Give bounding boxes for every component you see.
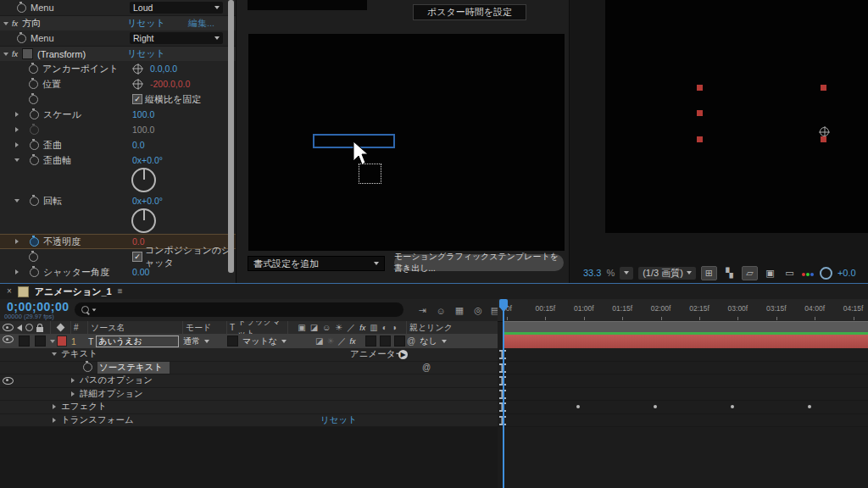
pickwhip-icon[interactable]: @ xyxy=(407,336,415,347)
effect-property-row[interactable]: MenuLoud xyxy=(0,0,236,15)
effect-property-row[interactable]: 100.0 xyxy=(0,122,236,137)
stopwatch-icon[interactable] xyxy=(17,34,26,43)
stopwatch-icon[interactable] xyxy=(30,141,39,150)
composition-canvas[interactable] xyxy=(248,34,565,251)
property-label[interactable]: テキスト xyxy=(61,348,97,360)
property-label[interactable]: パスのオプション xyxy=(80,374,153,386)
exposure-value[interactable]: +0.0 xyxy=(837,268,856,278)
stopwatch-icon[interactable] xyxy=(29,252,38,262)
anchor-target-icon[interactable] xyxy=(133,64,142,74)
property-value[interactable]: 0.0 xyxy=(132,236,145,247)
keyframe-row[interactable] xyxy=(498,401,868,414)
panel-menu-icon[interactable]: ≡ xyxy=(118,286,123,297)
layer-duration-bar[interactable] xyxy=(503,335,868,348)
timeline-property-row[interactable]: パスのオプション xyxy=(0,374,498,388)
zoom-level-value[interactable]: 33.3 xyxy=(583,268,601,278)
switch-cell[interactable] xyxy=(394,336,405,347)
layer-handle-square[interactable] xyxy=(697,136,703,142)
keyframe-row[interactable] xyxy=(498,388,868,402)
effect-property-row[interactable]: 位置-200.0,0.0 xyxy=(0,76,236,92)
stopwatch-icon[interactable] xyxy=(30,125,39,135)
exposure-shutter-icon[interactable] xyxy=(820,267,832,280)
timeline-search-box[interactable] xyxy=(75,302,403,317)
twirl-icon[interactable] xyxy=(15,127,19,132)
timeline-property-row[interactable]: テキストアニメーター:▶ xyxy=(0,348,498,362)
motion-blur-icon[interactable]: ◎ xyxy=(470,304,486,317)
property-value[interactable]: 100.0 xyxy=(132,125,154,135)
mask-visibility-icon[interactable]: ▱ xyxy=(742,266,758,280)
twirl-icon[interactable] xyxy=(3,53,8,56)
twirl-icon[interactable] xyxy=(71,391,75,396)
matte-toggle-cell[interactable] xyxy=(227,336,238,347)
switch-cell[interactable] xyxy=(380,336,391,347)
layer-handle-square[interactable] xyxy=(821,136,826,142)
close-icon[interactable]: × xyxy=(7,286,12,297)
current-timecode[interactable]: 0;00;00;00 xyxy=(7,300,70,313)
timeline-property-row[interactable]: ソーステキスト@ xyxy=(0,362,498,375)
keyframe-row[interactable] xyxy=(498,348,868,362)
effect-property-row[interactable]: アンカーポイント0.0,0.0 xyxy=(0,61,236,76)
edit-link[interactable]: 編集... xyxy=(188,17,214,30)
layer-visibility-icon[interactable] xyxy=(3,336,14,343)
reset-link[interactable]: リセット xyxy=(320,414,357,426)
effect-controls-scrollbar[interactable] xyxy=(228,0,234,273)
export-motion-graphics-template-button[interactable]: モーショングラフィックステンプレートを書き出し... xyxy=(394,254,564,271)
pixel-aspect-icon[interactable]: ▭ xyxy=(782,267,797,280)
twirl-icon[interactable] xyxy=(3,22,8,25)
effect-property-row[interactable]: ✓コンポジションのシャッタ xyxy=(0,249,236,264)
property-dropdown[interactable]: Right xyxy=(130,32,223,44)
parent-link-header[interactable]: 親とリンク xyxy=(407,321,492,334)
property-checkbox[interactable]: ✓ xyxy=(132,94,142,104)
timeline-property-row[interactable]: 詳細オプション xyxy=(0,388,498,402)
twirl-icon[interactable] xyxy=(14,158,19,162)
property-label[interactable]: 詳細オプション xyxy=(80,388,143,400)
stopwatch-icon[interactable] xyxy=(30,197,39,206)
twirl-icon[interactable] xyxy=(53,418,56,423)
twirl-icon[interactable] xyxy=(52,352,57,356)
add-format-dropdown[interactable]: 書式設定を追加 xyxy=(248,256,385,271)
set-poster-time-button[interactable]: ポスター時間を設定 xyxy=(413,4,526,20)
property-value[interactable]: 0.00 xyxy=(132,267,149,277)
fx-icon[interactable]: fx xyxy=(349,337,355,346)
twirl-icon[interactable] xyxy=(15,142,19,147)
timeline-property-row[interactable]: エフェクト xyxy=(0,401,498,414)
time-ruler[interactable]: 00f00:15f01:00f01:15f02:00f02:15f03:00f0… xyxy=(498,299,868,322)
timeline-property-row[interactable]: トランスフォームリセット xyxy=(0,414,498,428)
audio-column-icon[interactable] xyxy=(17,324,22,331)
track-matte-dropdown[interactable]: マットな xyxy=(227,336,288,347)
frame-blend-icon[interactable]: ▦ xyxy=(452,304,467,317)
video-column-icon[interactable] xyxy=(3,324,14,331)
work-area-bar[interactable] xyxy=(503,321,868,333)
effect-property-row[interactable]: 歪曲0.0 xyxy=(0,137,236,152)
zoom-dropdown[interactable] xyxy=(620,267,633,280)
blend-mode-dropdown[interactable]: 通常 xyxy=(183,336,227,347)
guides-icon[interactable]: ▣ xyxy=(763,267,777,280)
effects-sun-icon[interactable]: ☀ xyxy=(326,336,334,347)
property-value[interactable]: 0x+0.0° xyxy=(132,155,163,165)
reset-link[interactable]: リセット xyxy=(127,17,165,30)
keyframe-row[interactable] xyxy=(498,362,868,375)
keyframe-row[interactable] xyxy=(498,414,868,428)
resolution-dropdown[interactable]: (1/3 画質) xyxy=(638,267,696,280)
timeline-track-area[interactable]: 00f00:15f01:00f01:15f02:00f02:15f03:00f0… xyxy=(498,299,868,488)
shy-layers-icon[interactable]: ☺ xyxy=(433,304,448,317)
twirl-icon[interactable] xyxy=(71,378,75,383)
anchor-target-icon[interactable] xyxy=(133,80,142,89)
property-dropdown[interactable]: Loud xyxy=(130,2,223,14)
source-name-header[interactable]: ソース名 xyxy=(88,321,183,334)
property-value[interactable]: 100.0 xyxy=(132,109,154,119)
timeline-tab-title[interactable]: アニメーション_1 xyxy=(35,286,112,298)
layer-label-color[interactable] xyxy=(57,336,67,347)
label-column-icon[interactable] xyxy=(57,324,65,332)
layer-twirl-icon[interactable] xyxy=(50,340,55,343)
property-checkbox[interactable]: ✓ xyxy=(132,252,142,262)
stopwatch-icon[interactable] xyxy=(30,156,39,165)
property-value[interactable]: 0x+0.0° xyxy=(132,196,163,206)
playhead-line[interactable] xyxy=(503,299,504,488)
secondary-viewer-canvas[interactable] xyxy=(605,0,868,233)
twirl-icon[interactable] xyxy=(15,239,19,244)
reset-link[interactable]: リセット xyxy=(127,47,165,60)
rotation-dial[interactable] xyxy=(131,208,156,233)
parent-link-dropdown[interactable]: @ なし xyxy=(407,336,492,347)
layer-row[interactable]: 1 T 通常 マットな ◪ ☀ ／ fx xyxy=(0,334,498,348)
